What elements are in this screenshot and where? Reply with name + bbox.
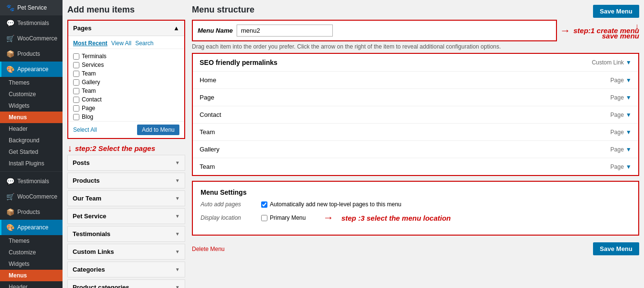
sidebar-item-woocommerce-mid[interactable]: 🛒 WooCommerce (0, 189, 63, 204)
checkbox-blog[interactable] (73, 114, 79, 120)
categories-header[interactable]: Categories ▼ (68, 262, 185, 277)
arrow-step1: → (560, 25, 570, 37)
products-header[interactable]: Products ▼ (68, 173, 185, 188)
page-item-terminals[interactable]: Terminals (73, 52, 179, 61)
menu-item-type-3: Page ▼ (610, 112, 631, 118)
chevron-icon-0[interactable]: ▼ (626, 59, 631, 66)
checkbox-page[interactable] (73, 105, 79, 112)
tab-most-recent[interactable]: Most Recent (73, 40, 107, 47)
products-arrow: ▼ (175, 178, 180, 183)
arrow-down-save: ↓ (635, 22, 639, 32)
auto-add-row: Auto add pages Automatically add new top… (201, 201, 631, 208)
checkbox-services[interactable] (73, 62, 79, 68)
display-location-value: Primary Menu (261, 214, 306, 221)
sidebar-item-pet-service[interactable]: 🐾 Pet Service (0, 0, 63, 15)
chevron-icon-4[interactable]: ▼ (626, 129, 631, 136)
sidebar-item-widgets[interactable]: Widgets (0, 100, 63, 112)
sidebar-item-woocommerce-top[interactable]: 🛒 WooCommerce (0, 31, 63, 46)
sidebar-item-testimonials-mid[interactable]: 💬 Testimonials (0, 174, 63, 189)
sidebar-item-get-started[interactable]: Get Started (0, 146, 63, 158)
save-menu-annotation: ↓ save menu (602, 22, 639, 40)
pages-box: Pages ▲ Most Recent View All Search Term… (67, 20, 185, 139)
display-location-checkbox[interactable] (261, 215, 267, 221)
menu-item-4: Team Page ▼ (193, 124, 638, 141)
sidebar-item-menus[interactable]: Menus (0, 112, 63, 123)
sidebar-item-background[interactable]: Background (0, 135, 63, 146)
page-item-blog[interactable]: Blog (73, 113, 179, 121)
sidebar-item-products-mid[interactable]: 📦 Products (0, 204, 63, 220)
page-item-team2[interactable]: Team (73, 87, 179, 95)
checkbox-terminals[interactable] (73, 53, 79, 60)
sidebar-item-testimonials-top[interactable]: 💬 Testimonials (0, 15, 63, 31)
arrow-step3: → (323, 212, 334, 224)
chevron-icon-6[interactable]: ▼ (626, 163, 631, 170)
chevron-icon-1[interactable]: ▼ (626, 77, 631, 84)
step2-text: step:2 Select the pages (75, 144, 155, 152)
chevron-icon-5[interactable]: ▼ (626, 146, 631, 153)
appearance-icon2: 🎨 (6, 224, 14, 231)
pages-collapse-icon[interactable]: ▲ (173, 25, 179, 32)
custom-links-section: Custom Links ▼ (67, 244, 185, 260)
sidebar-item-header[interactable]: Header (0, 123, 63, 135)
sidebar-item-customize2[interactable]: Customize (0, 247, 63, 258)
product-categories-header[interactable]: Product categories ▼ (68, 280, 185, 288)
save-menu-button-top[interactable]: Save Menu (593, 5, 639, 18)
pages-tabs: Most Recent View All Search (68, 36, 184, 49)
sidebar-item-appearance2[interactable]: 🎨 Appearance (0, 220, 63, 235)
checkbox-gallery[interactable] (73, 79, 79, 86)
products-icon2: 📦 (6, 208, 14, 216)
sidebar-item-menus2[interactable]: Menus (0, 270, 63, 281)
menu-name-input[interactable] (237, 25, 333, 37)
select-all-link[interactable]: Select All (73, 126, 97, 133)
sidebar-item-header2[interactable]: Header (0, 281, 63, 288)
menu-name-label: Menu Name (198, 27, 233, 34)
sidebar-item-themes[interactable]: Themes (0, 77, 63, 88)
sidebar-item-customize[interactable]: Customize (0, 88, 63, 100)
auto-add-checkbox[interactable] (261, 201, 267, 208)
posts-header[interactable]: Posts ▼ (68, 155, 185, 170)
page-label-blog: Blog (82, 113, 93, 120)
sidebar-item-install-plugins[interactable]: Install Plugins (0, 158, 63, 169)
pages-box-footer: Select All Add to Menu (68, 121, 184, 138)
page-label-page: Page (82, 105, 95, 112)
add-to-menu-button[interactable]: Add to Menu (137, 125, 179, 135)
page-label-gallery: Gallery (82, 79, 100, 86)
sidebar-item-appearance[interactable]: 🎨 Appearance (0, 62, 63, 77)
chevron-icon-2[interactable]: ▼ (626, 94, 631, 101)
pet-service-header[interactable]: Pet Service ▼ (68, 209, 185, 224)
our-team-header[interactable]: Our Team ▼ (68, 191, 185, 206)
save-menu-button-bottom[interactable]: Save Menu (593, 242, 639, 255)
auto-add-label: Auto add pages (201, 201, 253, 208)
custom-links-header[interactable]: Custom Links ▼ (68, 244, 185, 259)
menu-item-6: Team Page ▼ (193, 158, 638, 175)
auto-add-text: Automatically add new top-level pages to… (270, 201, 402, 208)
sidebar-item-themes2[interactable]: Themes (0, 235, 63, 247)
tab-view-all[interactable]: View All (111, 40, 131, 47)
delete-menu-link[interactable]: Delete Menu (192, 246, 225, 252)
step3-text: step :3 select the menu location (341, 214, 451, 222)
woocommerce-icon2: 🛒 (6, 193, 14, 200)
page-item-gallery[interactable]: Gallery (73, 78, 179, 87)
bottom-bar: Delete Menu Save Menu (192, 240, 639, 257)
testimonials-header[interactable]: Testimonials ▼ (68, 226, 185, 241)
testimonials-arrow: ▼ (175, 231, 180, 237)
divider (0, 171, 63, 172)
display-location-text: Primary Menu (270, 214, 306, 221)
chevron-icon-3[interactable]: ▼ (626, 112, 631, 118)
checkbox-contact[interactable] (73, 97, 79, 103)
menu-item-type-0: Custom Link ▼ (592, 59, 631, 66)
page-label-team1: Team (82, 70, 96, 77)
page-item-page[interactable]: Page (73, 104, 179, 113)
page-item-services[interactable]: Services (73, 61, 179, 69)
sidebar-item-widgets2[interactable]: Widgets (0, 258, 63, 270)
page-label-team2: Team (82, 88, 96, 94)
step1-row: Menu Name → step:1 create menu (192, 20, 639, 41)
checkbox-team1[interactable] (73, 71, 79, 77)
sidebar-item-products-top[interactable]: 📦 Products (0, 46, 63, 62)
page-item-team1[interactable]: Team (73, 69, 179, 78)
checkbox-team2[interactable] (73, 88, 79, 94)
pages-box-header[interactable]: Pages ▲ (68, 21, 184, 36)
tab-search[interactable]: Search (135, 40, 153, 47)
menu-structure-title: Menu structure (192, 5, 639, 15)
page-item-contact[interactable]: Contact (73, 95, 179, 104)
